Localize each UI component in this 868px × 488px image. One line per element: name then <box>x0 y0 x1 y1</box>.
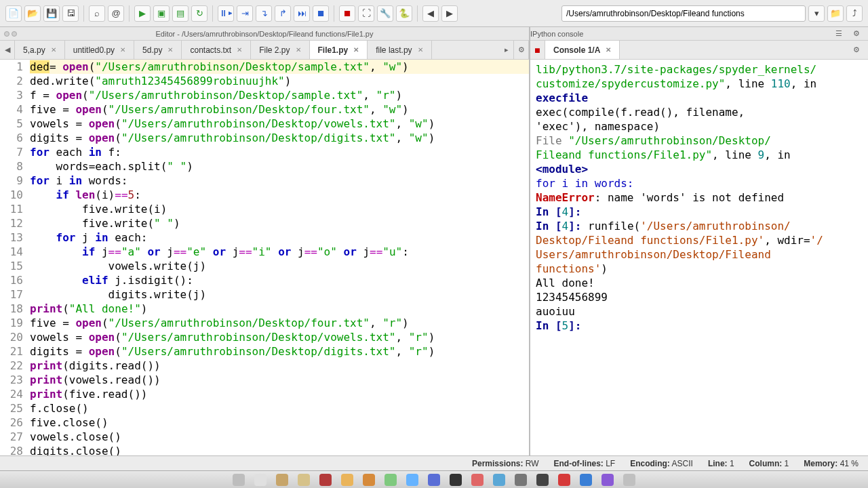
dock-app-icon[interactable] <box>341 474 353 486</box>
dock-app-icon[interactable] <box>580 474 592 486</box>
step-into-icon[interactable]: ↴ <box>256 5 272 22</box>
save-icon[interactable]: 💾 <box>43 5 60 22</box>
dock-app-icon[interactable] <box>428 474 440 486</box>
console-tab[interactable]: Console 1/A✕ <box>545 41 620 59</box>
ipython-console[interactable]: lib/python3.7/site-packages/spyder_kerne… <box>530 60 868 455</box>
editor-tab[interactable]: file last.py✕ <box>368 41 431 59</box>
path-fwd-icon[interactable]: ▶ <box>441 5 458 22</box>
dock-app-icon[interactable] <box>471 474 484 486</box>
dock-app-icon[interactable] <box>233 474 245 486</box>
run-selection-icon[interactable]: ▤ <box>172 5 189 22</box>
dock-app-icon[interactable] <box>493 474 505 486</box>
python-icon[interactable]: 🐍 <box>396 5 412 22</box>
dock-app-icon[interactable] <box>515 474 527 486</box>
dock-app-icon[interactable] <box>384 474 397 486</box>
rerun-icon[interactable]: ↻ <box>191 5 208 22</box>
dock-app-icon[interactable] <box>558 474 570 486</box>
code-editor[interactable]: 1234567891011121314151617181920212223242… <box>0 60 529 455</box>
browse-dir-icon[interactable]: 📁 <box>827 5 844 22</box>
dock-app-icon[interactable] <box>298 474 310 486</box>
close-tab-icon[interactable]: ✕ <box>51 46 56 54</box>
console-opts-icon[interactable]: ⚙ <box>849 29 864 38</box>
continue-icon[interactable]: ⏭ <box>294 5 310 22</box>
close-tab-icon[interactable]: ✕ <box>120 46 125 54</box>
console-tab-opts-icon[interactable]: ⚙ <box>849 45 864 54</box>
settings-icon[interactable]: 🔧 <box>377 5 393 22</box>
editor-tab[interactable]: contacts.txt✕ <box>182 41 251 59</box>
dock-app-icon[interactable] <box>406 474 418 486</box>
macos-dock <box>0 470 868 488</box>
parent-dir-icon[interactable]: ⤴ <box>846 5 863 22</box>
dock-app-icon[interactable] <box>623 474 635 486</box>
dock-app-icon[interactable] <box>319 474 332 486</box>
working-dir-input[interactable] <box>561 5 806 22</box>
open-file-icon[interactable]: 📂 <box>24 5 41 22</box>
dock-app-icon[interactable] <box>450 474 462 486</box>
dock-app-icon[interactable] <box>254 474 267 486</box>
maximize-icon[interactable]: ⛶ <box>358 5 374 22</box>
close-tab-icon[interactable]: ✕ <box>237 46 242 54</box>
editor-pane-title: Editor - /Users/amruthrobinson/Desktop/F… <box>0 27 529 41</box>
stop-debug-icon[interactable]: ⏹ <box>313 5 329 22</box>
close-tab-icon[interactable]: ✕ <box>418 46 423 54</box>
console-stop-icon[interactable]: ⏹ <box>530 41 545 59</box>
close-tab-icon[interactable]: ✕ <box>606 46 611 54</box>
close-tab-icon[interactable]: ✕ <box>296 46 301 54</box>
new-file-icon[interactable]: 📄 <box>5 5 22 22</box>
console-tabs: ⏹ Console 1/A✕ ⚙ <box>530 41 868 60</box>
search-icon[interactable]: ⌕ <box>89 5 105 22</box>
debug-icon[interactable]: ⏸▶ <box>218 5 234 22</box>
close-tab-icon[interactable]: ✕ <box>353 46 359 54</box>
dock-app-icon[interactable] <box>536 474 549 486</box>
tab-scroll-right-icon[interactable]: ▸ <box>499 41 514 59</box>
editor-tab[interactable]: File 2.py✕ <box>251 41 309 59</box>
run-cell-icon[interactable]: ▣ <box>153 5 170 22</box>
tab-scroll-left-icon[interactable]: ◀ <box>0 41 15 59</box>
dock-app-icon[interactable] <box>276 474 288 486</box>
dir-dropdown-icon[interactable]: ▾ <box>808 5 825 22</box>
save-all-icon[interactable]: 🖫 <box>62 5 79 22</box>
dock-app-icon[interactable] <box>363 474 375 486</box>
step-over-icon[interactable]: ⇥ <box>237 5 253 22</box>
console-pane-title: IPython console ☰ ⚙ <box>530 27 868 41</box>
editor-tab[interactable]: 5d.py✕ <box>134 41 182 59</box>
editor-tabs: ◀ 5,a.py✕untitled0.py✕5d.py✕contacts.txt… <box>0 41 529 60</box>
stop-icon[interactable]: ⏹ <box>339 5 355 22</box>
status-bar: Permissions: RW End-of-lines: LF Encodin… <box>0 455 868 470</box>
editor-tab[interactable]: File1.py✕ <box>310 41 368 59</box>
tab-options-icon[interactable]: ⚙ <box>514 41 529 59</box>
editor-tab[interactable]: 5,a.py✕ <box>15 41 65 59</box>
step-out-icon[interactable]: ↱ <box>275 5 291 22</box>
editor-tab[interactable]: untitled0.py✕ <box>65 41 134 59</box>
run-icon[interactable]: ▶ <box>134 5 151 22</box>
dock-app-icon[interactable] <box>601 474 614 486</box>
close-tab-icon[interactable]: ✕ <box>167 46 173 54</box>
path-back-icon[interactable]: ◀ <box>422 5 439 22</box>
main-toolbar: 📄 📂 💾 🖫 ⌕ @ ▶ ▣ ▤ ↻ ⏸▶ ⇥ ↴ ↱ ⏭ ⏹ ⏹ ⛶ 🔧 🐍… <box>0 0 868 27</box>
console-menu-icon[interactable]: ☰ <box>831 29 846 38</box>
at-icon[interactable]: @ <box>108 5 124 22</box>
